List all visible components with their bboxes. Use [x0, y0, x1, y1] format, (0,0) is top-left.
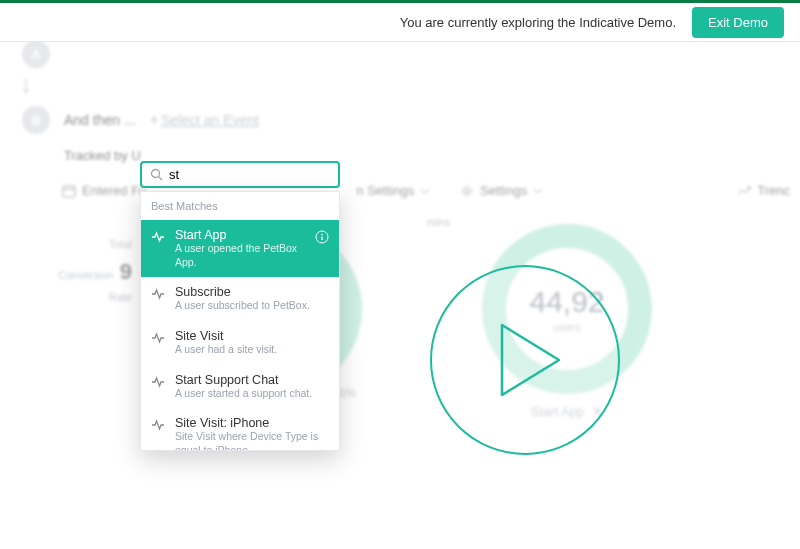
dropdown-item-start-app[interactable]: Start App A user opened the PetBox App.: [141, 220, 339, 277]
activity-icon: [151, 230, 165, 244]
trend-button[interactable]: Trenc: [737, 183, 790, 198]
select-event-link[interactable]: +Select an Event: [150, 111, 259, 129]
svg-line-4: [159, 177, 163, 181]
play-button[interactable]: [430, 265, 620, 455]
step-connector: [12, 72, 40, 102]
dropdown-item-site-visit-iphone[interactable]: Site Visit: iPhone Site Visit where Devi…: [141, 408, 339, 451]
mins-label: mins: [427, 216, 450, 228]
gear-icon: [460, 184, 474, 198]
dropdown-item-site-visit[interactable]: Site Visit A user had a site visit.: [141, 321, 339, 365]
conversion-stats: Total Conversion 9 Rate: [52, 224, 132, 419]
event-dropdown: Best Matches Start App A user opened the…: [140, 191, 340, 451]
dropdown-item-support-chat[interactable]: Start Support Chat A user started a supp…: [141, 365, 339, 409]
step-a-circle: A: [22, 40, 50, 68]
event-search-input[interactable]: [169, 167, 330, 182]
activity-icon: [151, 418, 165, 432]
play-icon: [497, 320, 567, 400]
event-search-box[interactable]: [140, 161, 340, 188]
entered-funnel-button[interactable]: Entered Fu: [62, 183, 146, 198]
demo-message: You are currently exploring the Indicati…: [400, 15, 676, 30]
exit-demo-button[interactable]: Exit Demo: [692, 7, 784, 38]
svg-point-2: [465, 188, 470, 193]
settings-button[interactable]: Settings: [460, 183, 543, 198]
svg-point-6: [321, 234, 323, 236]
svg-rect-0: [63, 186, 75, 197]
activity-icon: [151, 375, 165, 389]
chevron-down-icon: [420, 186, 430, 196]
step-b-circle: B: [22, 106, 50, 134]
search-icon: [150, 168, 163, 181]
column-settings-button[interactable]: n Settings: [356, 183, 430, 198]
activity-icon: [151, 287, 165, 301]
dropdown-header: Best Matches: [141, 192, 339, 220]
chevron-down-icon: [533, 186, 543, 196]
svg-point-3: [152, 170, 160, 178]
dropdown-item-subscribe[interactable]: Subscribe A user subscribed to PetBox.: [141, 277, 339, 321]
calendar-icon: [62, 184, 76, 198]
trend-icon: [737, 184, 751, 198]
info-icon[interactable]: [315, 230, 329, 244]
tracked-by-label: Tracked by U: [64, 148, 141, 163]
step-b-label: And then ...: [64, 112, 136, 128]
activity-icon: [151, 331, 165, 345]
